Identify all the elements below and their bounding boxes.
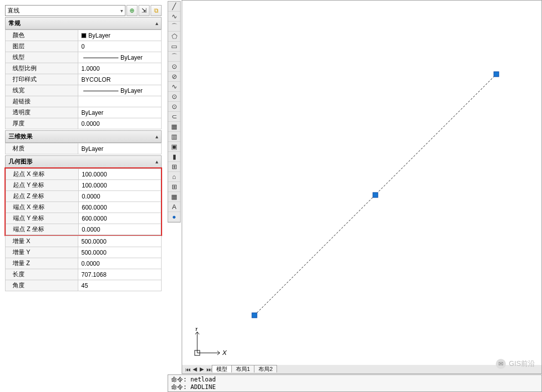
- draw-tool-15[interactable]: ▮: [168, 152, 180, 162]
- prop-value[interactable]: 500.0000: [78, 247, 162, 258]
- prop-row[interactable]: 起点 Y 坐标100.0000: [6, 180, 161, 191]
- prop-row[interactable]: 厚度0.0000: [6, 118, 162, 129]
- prop-value[interactable]: ByLayer: [78, 52, 162, 63]
- prop-value[interactable]: 0.0000: [79, 191, 161, 202]
- prop-label: 长度: [6, 269, 78, 280]
- draw-tool-6[interactable]: ⊙: [168, 62, 180, 72]
- prop-value[interactable]: 600.0000: [79, 213, 161, 224]
- prop-row[interactable]: 打印样式BYCOLOR: [6, 74, 162, 85]
- pick-add-button[interactable]: ⇲: [139, 5, 150, 16]
- draw-tool-11[interactable]: ⊂: [168, 112, 180, 122]
- draw-tool-14[interactable]: ▣: [168, 142, 180, 152]
- prop-value[interactable]: ByLayer: [78, 30, 162, 41]
- grip-handle-2[interactable]: [494, 72, 499, 77]
- grip-handle-0[interactable]: [252, 313, 257, 318]
- draw-tool-2[interactable]: ⌒: [168, 22, 180, 32]
- prop-label: 增量 Y: [6, 247, 78, 258]
- draw-tool-21[interactable]: ●: [168, 212, 180, 222]
- prop-label: 角度: [6, 280, 78, 291]
- prop-row[interactable]: 材质ByLayer: [6, 143, 162, 154]
- prop-label: 打印样式: [6, 74, 78, 85]
- prop-row[interactable]: 增量 Y500.0000: [6, 247, 162, 258]
- prop-label: 起点 Z 坐标: [6, 191, 79, 202]
- section-header-general[interactable]: 常规 ▴: [5, 17, 162, 30]
- prop-row[interactable]: 线型ByLayer: [6, 52, 162, 63]
- prop-value[interactable]: 100.0000: [79, 180, 161, 191]
- prop-label: 颜色: [6, 30, 78, 41]
- prop-label: 线型: [6, 52, 78, 63]
- draw-tool-19[interactable]: ▦: [168, 192, 180, 202]
- geometry-highlight-table: 起点 X 坐标100.0000起点 Y 坐标100.0000起点 Z 坐标0.0…: [6, 168, 161, 235]
- prop-label: 起点 Y 坐标: [6, 180, 79, 191]
- tab-nav-prev[interactable]: ◀: [191, 366, 198, 372]
- grip-handle-1[interactable]: [373, 192, 378, 198]
- prop-value[interactable]: [78, 96, 162, 107]
- collapse-icon: ▴: [156, 159, 158, 164]
- draw-tool-20[interactable]: A: [168, 202, 180, 212]
- prop-value[interactable]: 500.0000: [78, 236, 162, 247]
- draw-tool-9[interactable]: ⊙: [168, 92, 180, 102]
- prop-row[interactable]: 端点 X 坐标600.0000: [6, 202, 161, 213]
- draw-tool-3[interactable]: ⬠: [168, 32, 180, 42]
- prop-value[interactable]: ByLayer: [78, 107, 162, 118]
- draw-tool-18[interactable]: ⊞: [168, 182, 180, 192]
- prop-row[interactable]: 图层0: [6, 41, 162, 52]
- draw-tool-13[interactable]: ▥: [168, 132, 180, 142]
- prop-value[interactable]: 0: [78, 41, 162, 52]
- section-header-geometry[interactable]: 几何图形 ▴: [5, 155, 162, 168]
- draw-tool-8[interactable]: ∿: [168, 82, 180, 92]
- tab-nav-last[interactable]: ⏭: [205, 366, 212, 372]
- draw-tool-12[interactable]: ▦: [168, 122, 180, 132]
- prop-row[interactable]: 线型比例1.0000: [6, 63, 162, 74]
- prop-value[interactable]: 100.0000: [79, 169, 161, 180]
- prop-row[interactable]: 超链接: [6, 96, 162, 107]
- draw-tool-10[interactable]: ⊙: [168, 102, 180, 112]
- drawing-canvas[interactable]: [182, 0, 542, 366]
- prop-value[interactable]: 1.0000: [78, 63, 162, 74]
- tab-nav-first[interactable]: ⏮: [184, 366, 191, 372]
- prop-row[interactable]: 线宽ByLayer: [6, 85, 162, 96]
- prop-value[interactable]: 0.0000: [78, 258, 162, 269]
- prop-value[interactable]: 0.0000: [78, 118, 162, 129]
- draw-tool-1[interactable]: ∿: [168, 12, 180, 22]
- prop-row[interactable]: 增量 X500.0000: [6, 236, 162, 247]
- quick-select-button[interactable]: ⊕: [126, 5, 138, 16]
- prop-row[interactable]: 起点 Z 坐标0.0000: [6, 191, 161, 202]
- prop-value[interactable]: BYCOLOR: [78, 74, 162, 85]
- draw-tool-16[interactable]: ⊞: [168, 162, 180, 172]
- layout-tab-2[interactable]: 布局2: [254, 365, 277, 372]
- draw-tool-7[interactable]: ⊘: [168, 72, 180, 82]
- entity-type-label: 直线: [8, 7, 20, 15]
- prop-row[interactable]: 长度707.1068: [6, 269, 162, 280]
- draw-tool-5[interactable]: ⌒: [168, 52, 180, 62]
- prop-row[interactable]: 透明度ByLayer: [6, 107, 162, 118]
- draw-tool-4[interactable]: ▭: [168, 42, 180, 52]
- layout-tab-1[interactable]: 布局1: [231, 365, 254, 372]
- draw-tool-17[interactable]: ⌂: [168, 172, 180, 182]
- prop-row[interactable]: 起点 X 坐标100.0000: [6, 169, 161, 180]
- prop-value[interactable]: ByLayer: [78, 143, 162, 154]
- prop-value[interactable]: ByLayer: [78, 85, 162, 96]
- entity-type-select[interactable]: 直线 ▾: [5, 5, 125, 16]
- prop-row[interactable]: 增量 Z0.0000: [6, 258, 162, 269]
- draw-tool-0[interactable]: ╱: [168, 2, 180, 12]
- prop-row[interactable]: 端点 Y 坐标600.0000: [6, 213, 161, 224]
- command-window[interactable]: 命令: netload 命令: ADDLINE: [168, 374, 542, 392]
- prop-label: 增量 X: [6, 236, 78, 247]
- filter-button[interactable]: ⧉: [151, 5, 162, 16]
- prop-row[interactable]: 角度45: [6, 280, 162, 291]
- properties-panel: 直线 ▾ ⊕ ⇲ ⧉ 常规 ▴ 颜色ByLayer图层0线型ByLayer线型比…: [5, 5, 162, 291]
- tab-nav-next[interactable]: ▶: [198, 366, 205, 372]
- prop-row[interactable]: 颜色ByLayer: [6, 30, 162, 41]
- prop-row[interactable]: 端点 Z 坐标0.0000: [6, 224, 161, 235]
- collapse-icon: ▴: [156, 21, 158, 26]
- prop-value[interactable]: 0.0000: [79, 224, 161, 235]
- section-header-3d[interactable]: 三维效果 ▴: [5, 130, 162, 143]
- watermark-text: GIS前沿: [509, 359, 535, 368]
- geometry-highlight-box: 起点 X 坐标100.0000起点 Y 坐标100.0000起点 Z 坐标0.0…: [5, 167, 162, 236]
- layout-tab-0[interactable]: 模型: [212, 365, 232, 372]
- prop-label: 起点 X 坐标: [6, 169, 79, 180]
- prop-value[interactable]: 600.0000: [79, 202, 161, 213]
- prop-value[interactable]: 45: [78, 280, 162, 291]
- prop-value[interactable]: 707.1068: [78, 269, 162, 280]
